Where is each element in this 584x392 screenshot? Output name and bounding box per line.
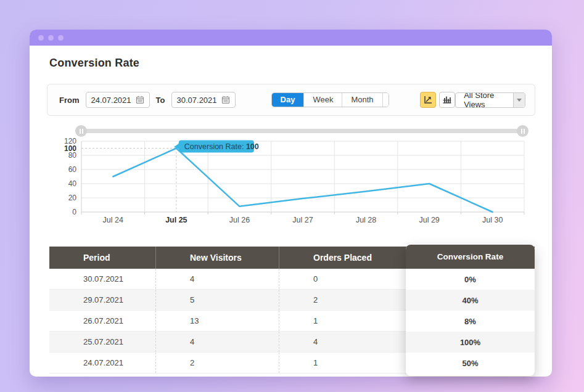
y-axis-tick-label: 120	[64, 137, 76, 145]
x-axis-tick-label: Jul 28	[356, 216, 376, 224]
page-title: Conversion Rate	[49, 57, 139, 70]
cell-new-visitors: 4	[155, 269, 279, 289]
y-axis-tick-label: 0	[72, 208, 76, 216]
dropdown-arrow-button[interactable]	[513, 93, 525, 107]
conversion-rate-column-header: Conversion Rate	[406, 245, 535, 269]
cell-new-visitors: 2	[155, 353, 279, 373]
from-date-value: 24.07.2021	[91, 96, 131, 105]
column-header-period: Period	[49, 247, 155, 269]
cell-orders-placed: 4	[279, 332, 406, 352]
range-toggle: DayWeekMonthYear	[271, 92, 390, 107]
x-axis-tick-label: Jul 24	[103, 216, 123, 224]
cell-new-visitors: 4	[155, 332, 279, 352]
x-axis-tick-label: Jul 25	[165, 216, 187, 224]
to-date-input[interactable]: 30.07.2021	[171, 92, 236, 108]
chart-tooltip	[179, 141, 254, 153]
line-chart-icon[interactable]	[420, 92, 436, 108]
y-axis-highlight-label: 100	[64, 144, 76, 153]
to-date-value: 30.07.2021	[177, 96, 217, 105]
cell-conversion-rate: 40%	[406, 290, 535, 311]
chart-type-switch	[420, 92, 455, 108]
column-header-new-visitors: New Visitors	[155, 247, 279, 269]
store-views-value: All Store Views	[456, 93, 513, 107]
conversion-rate-column-card: Conversion Rate 0%40%8%100%50%	[406, 245, 535, 376]
cell-conversion-rate: 0%	[406, 269, 535, 290]
slider-handle-right[interactable]	[517, 125, 528, 137]
cell-period: 26.07.2021	[49, 311, 155, 331]
app-window: Conversion Rate From 24.07.2021 To 30.07…	[30, 30, 552, 377]
cell-orders-placed: 1	[279, 311, 406, 331]
bar-chart-icon[interactable]	[439, 92, 455, 108]
cell-orders-placed: 0	[279, 269, 406, 289]
x-axis-tick-label: Jul 26	[229, 216, 250, 224]
y-axis-tick-label: 60	[68, 165, 77, 174]
cell-period: 30.07.2021	[49, 269, 155, 289]
filter-bar: From 24.07.2021 To 30.07.2021 DayWeekMon…	[47, 84, 535, 116]
from-date-input[interactable]: 24.07.2021	[86, 92, 150, 108]
cell-new-visitors: 5	[155, 290, 279, 310]
tooltip-arrow	[174, 143, 180, 150]
range-button-month[interactable]: Month	[342, 93, 382, 107]
cell-conversion-rate: 8%	[406, 311, 535, 332]
from-label: From	[59, 96, 80, 105]
calendar-icon[interactable]	[221, 96, 230, 104]
cell-orders-placed: 2	[279, 290, 406, 310]
x-axis-tick-label: Jul 27	[292, 216, 313, 224]
range-button-day[interactable]: Day	[272, 93, 304, 107]
window-dot-icon	[38, 35, 44, 41]
date-range-slider-track[interactable]	[81, 129, 523, 133]
y-axis-tick-label: 20	[68, 194, 77, 202]
to-label: To	[156, 96, 165, 105]
column-header-orders-placed: Orders Placed	[279, 247, 406, 269]
conversion-rate-column-body: 0%40%8%100%50%	[406, 269, 535, 374]
cell-orders-placed: 1	[279, 353, 406, 373]
x-axis-tick-label: Jul 30	[482, 216, 503, 224]
x-axis-tick-label: Jul 29	[419, 216, 439, 224]
tooltip-text: Conversion Rate: 100	[184, 142, 259, 151]
slider-handle-left[interactable]	[75, 125, 87, 137]
cell-conversion-rate: 50%	[406, 353, 535, 374]
range-button-year[interactable]: Year	[382, 93, 390, 107]
calendar-icon[interactable]	[136, 96, 144, 104]
window-dot-icon	[58, 35, 64, 41]
cell-period: 25.07.2021	[49, 332, 155, 352]
cell-conversion-rate: 100%	[406, 332, 535, 353]
cell-new-visitors: 13	[155, 311, 279, 331]
chevron-down-icon	[517, 99, 522, 102]
cell-period: 24.07.2021	[49, 353, 155, 373]
cell-period: 29.07.2021	[49, 290, 155, 310]
conversion-rate-line-series	[113, 149, 492, 213]
store-views-dropdown[interactable]: All Store Views	[455, 92, 525, 108]
y-axis-tick-label: 80	[68, 151, 77, 160]
window-titlebar	[30, 30, 552, 46]
window-dot-icon	[48, 35, 54, 41]
range-button-week[interactable]: Week	[303, 93, 342, 107]
y-axis-tick-label: 40	[68, 179, 77, 188]
